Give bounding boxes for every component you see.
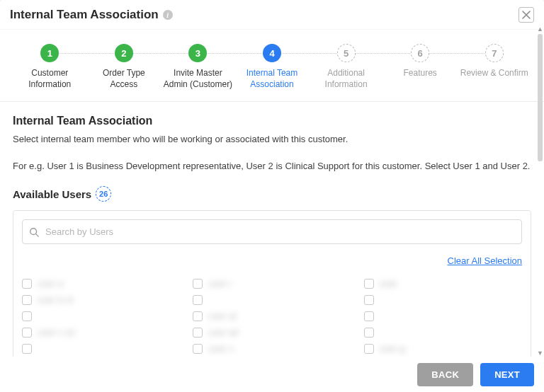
user-name: user air — [208, 327, 239, 338]
step-additional-information[interactable]: 5 Additional Information — [309, 44, 383, 90]
user-name: user — [380, 278, 397, 289]
user-item[interactable] — [364, 294, 522, 305]
user-item[interactable]: user — [364, 278, 522, 289]
section-title: Internal Team Association — [13, 115, 531, 127]
clear-all-selection-link[interactable]: Clear All Selection — [448, 255, 523, 266]
clear-row: Clear All Selection — [22, 254, 522, 267]
user-item[interactable]: user air — [193, 327, 351, 338]
content-area: Internal Team Association Select interna… — [0, 102, 544, 360]
user-checkbox[interactable] — [193, 295, 203, 305]
step-circle: 5 — [337, 44, 356, 62]
step-label: Order Type Access — [87, 68, 162, 90]
scroll-area[interactable]: 1 Customer Information 2 Order Type Acce… — [0, 29, 544, 360]
user-name: user c on — [38, 327, 75, 338]
user-name: user x — [208, 343, 233, 354]
step-circle: 3 — [188, 44, 207, 62]
modal-header: Internal Team Association i — [0, 0, 544, 29]
user-name: user b nt — [38, 294, 74, 305]
user-item[interactable] — [22, 311, 180, 321]
user-item[interactable] — [22, 343, 180, 354]
step-features[interactable]: 6 Features — [383, 44, 458, 79]
step-review-confirm[interactable]: 7 Review & Confirm — [457, 44, 531, 79]
modal-dialog: Internal Team Association i 1 Customer I… — [0, 0, 544, 392]
step-order-type-access[interactable]: 2 Order Type Access — [87, 44, 162, 90]
user-grid: user a user r user user b nt user al use… — [22, 278, 522, 354]
section-example: For e.g. User 1 is Business Development … — [13, 160, 531, 173]
search-wrapper — [22, 219, 522, 244]
user-name: user a — [38, 278, 63, 289]
scroll-up-icon[interactable]: ▲ — [538, 25, 543, 33]
user-checkbox[interactable] — [22, 311, 32, 321]
modal-title-row: Internal Team Association i — [10, 8, 173, 22]
step-label: Invite Master Admin (Customer) — [161, 68, 235, 90]
user-checkbox[interactable] — [22, 328, 32, 338]
back-button[interactable]: BACK — [417, 363, 473, 386]
step-circle: 2 — [115, 44, 133, 62]
modal-title: Internal Team Association — [10, 8, 159, 22]
search-icon — [29, 227, 39, 237]
user-checkbox[interactable] — [193, 344, 203, 354]
close-icon — [522, 11, 531, 19]
user-name: user r — [208, 278, 232, 289]
user-checkbox[interactable] — [364, 344, 374, 354]
user-checkbox[interactable] — [22, 279, 32, 289]
search-input[interactable] — [22, 219, 522, 244]
user-checkbox[interactable] — [193, 328, 203, 338]
user-item[interactable]: user x — [193, 343, 351, 354]
user-item[interactable]: user r — [193, 278, 351, 289]
step-circle: 1 — [40, 44, 59, 62]
user-checkbox[interactable] — [364, 328, 374, 338]
user-checkbox[interactable] — [193, 279, 203, 289]
modal-footer: BACK NEXT — [0, 357, 544, 392]
scrollbar[interactable]: ▲ ▼ — [538, 25, 543, 357]
info-icon[interactable]: i — [163, 10, 173, 20]
user-name: user g — [380, 343, 405, 354]
users-panel: Clear All Selection user a user r user u… — [13, 210, 531, 360]
close-button[interactable] — [518, 7, 534, 23]
available-users-header: Available Users 26 — [13, 186, 531, 202]
user-item[interactable] — [193, 294, 351, 305]
user-checkbox[interactable] — [22, 295, 32, 305]
user-item[interactable]: user c on — [22, 327, 180, 338]
step-label: Customer Information — [13, 68, 87, 90]
user-checkbox[interactable] — [364, 279, 374, 289]
available-users-count: 26 — [96, 186, 111, 202]
step-circle: 7 — [485, 44, 504, 62]
stepper: 1 Customer Information 2 Order Type Acce… — [0, 30, 544, 102]
scroll-down-icon[interactable]: ▼ — [538, 350, 543, 357]
step-label: Features — [383, 68, 458, 79]
step-label: Internal Team Association — [235, 68, 310, 90]
section-description: Select internal team member who will be … — [13, 133, 531, 146]
svg-line-1 — [36, 234, 39, 236]
user-item[interactable] — [364, 311, 522, 321]
step-circle: 4 — [263, 44, 281, 62]
user-item[interactable]: user g — [364, 343, 522, 354]
user-item[interactable] — [364, 327, 522, 338]
user-checkbox[interactable] — [193, 311, 203, 321]
user-item[interactable]: user al — [193, 311, 351, 321]
section: Internal Team Association Select interna… — [10, 102, 534, 360]
user-checkbox[interactable] — [22, 344, 32, 354]
step-circle: 6 — [411, 44, 429, 62]
available-users-label: Available Users — [13, 188, 91, 200]
step-customer-information[interactable]: 1 Customer Information — [13, 44, 87, 90]
user-name: user al — [208, 311, 236, 321]
step-label: Review & Confirm — [457, 68, 531, 79]
user-item[interactable]: user b nt — [22, 294, 180, 305]
user-checkbox[interactable] — [364, 295, 374, 305]
user-item[interactable]: user a — [22, 278, 180, 289]
step-label: Additional Information — [309, 68, 383, 90]
user-checkbox[interactable] — [364, 311, 374, 321]
scroll-thumb[interactable] — [538, 34, 543, 161]
next-button[interactable]: NEXT — [480, 363, 534, 386]
step-internal-team-association[interactable]: 4 Internal Team Association — [235, 44, 310, 90]
step-invite-master-admin[interactable]: 3 Invite Master Admin (Customer) — [161, 44, 235, 90]
